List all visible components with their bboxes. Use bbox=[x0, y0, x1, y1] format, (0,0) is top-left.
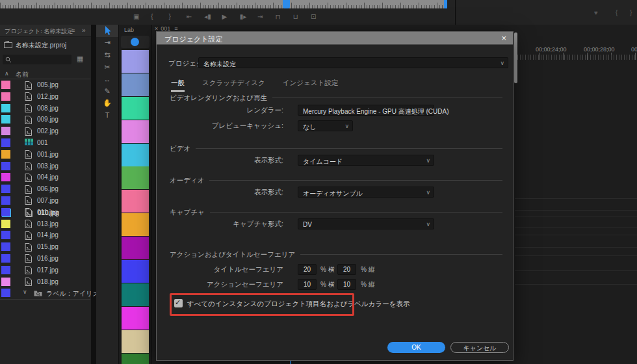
capture-format-select[interactable]: DV∨ bbox=[298, 218, 434, 229]
mark-out-icon[interactable]: } bbox=[630, 10, 632, 16]
project-item-row[interactable]: 015.jpg bbox=[0, 241, 90, 253]
project-item-row[interactable]: 003.jpg bbox=[0, 161, 90, 172]
renderer-select[interactable]: Mercury Playback Engine - GPU 高速処理 (CUDA… bbox=[298, 105, 434, 116]
search-input[interactable] bbox=[3, 55, 72, 64]
label-color-swatch[interactable] bbox=[122, 190, 149, 213]
label-color-swatch[interactable] bbox=[1, 92, 10, 101]
label-color-swatch[interactable] bbox=[122, 307, 149, 330]
dialog-titlebar[interactable]: プロジェクト設定 × bbox=[157, 32, 513, 45]
label-color-swatch[interactable] bbox=[1, 138, 10, 147]
project-file-row[interactable]: 名称未設定.prproj bbox=[0, 39, 91, 51]
list-header[interactable]: ∧ 名前 bbox=[0, 69, 90, 79]
step-forward-icon[interactable]: ▮▸ bbox=[240, 14, 247, 20]
current-label-color-icon[interactable] bbox=[131, 38, 139, 46]
slip-tool[interactable]: ↔ bbox=[96, 73, 118, 85]
playhead-marker[interactable] bbox=[283, 0, 290, 8]
label-color-swatch[interactable] bbox=[122, 50, 149, 73]
label-color-swatch[interactable] bbox=[122, 166, 149, 189]
mark-in-icon[interactable]: { bbox=[151, 14, 153, 20]
project-item-row[interactable]: 018.jpg bbox=[0, 276, 90, 288]
project-item-row[interactable]: 006.jpg bbox=[0, 183, 90, 195]
label-color-swatch[interactable] bbox=[122, 330, 149, 353]
project-item-row[interactable]: 004.jpg bbox=[0, 172, 90, 183]
overflow-icon[interactable]: » bbox=[82, 27, 86, 34]
label-color-swatch[interactable] bbox=[1, 127, 10, 135]
extract-icon[interactable]: ⊔ bbox=[293, 14, 298, 20]
project-item-row[interactable]: 017.jpg bbox=[0, 265, 90, 276]
timeline-ticks[interactable] bbox=[515, 55, 637, 60]
project-item-row[interactable]: 008.jpg bbox=[0, 103, 90, 114]
ok-button[interactable]: OK bbox=[387, 342, 445, 353]
label-color-swatch[interactable] bbox=[122, 260, 149, 283]
chevron-down-icon[interactable]: ∨ bbox=[23, 289, 27, 295]
project-item-row[interactable]: 005.jpg bbox=[0, 79, 90, 91]
project-item-row[interactable]: 001.jpg bbox=[0, 149, 90, 161]
step-back-icon[interactable]: ◂▮ bbox=[204, 14, 211, 20]
label-color-swatch[interactable] bbox=[1, 266, 10, 274]
project-item-row[interactable]: 009.jpg bbox=[0, 114, 90, 125]
label-color-swatch[interactable] bbox=[122, 144, 149, 166]
label-color-swatch[interactable] bbox=[122, 237, 149, 259]
label-color-swatch[interactable] bbox=[1, 162, 10, 170]
title-safe-vertical-input[interactable] bbox=[337, 264, 356, 275]
razor-tool[interactable]: ✂ bbox=[96, 61, 118, 73]
collapse-icon[interactable]: ∧ bbox=[5, 70, 9, 77]
project-item-row[interactable]: 012.jpg bbox=[0, 91, 90, 103]
go-to-in-icon[interactable]: ⇤ bbox=[187, 14, 192, 20]
label-color-swatch[interactable] bbox=[1, 196, 10, 205]
project-item-row[interactable]: 014.jpg bbox=[0, 229, 90, 241]
label-color-swatch[interactable] bbox=[1, 81, 10, 89]
label-color-swatch[interactable] bbox=[122, 120, 149, 143]
project-panel-tab[interactable]: プロジェクト: 名称未設定 ≡ » bbox=[0, 25, 91, 37]
label-color-swatch[interactable] bbox=[122, 73, 149, 96]
label-color-swatch[interactable] bbox=[1, 242, 10, 251]
label-color-swatch[interactable] bbox=[122, 213, 149, 236]
type-tool[interactable]: T bbox=[96, 109, 118, 122]
timeline-scrollbar[interactable] bbox=[514, 32, 517, 83]
project-item-row[interactable]: ∨ラベル：アイリス bbox=[0, 287, 90, 299]
video-display-select[interactable]: タイムコード∨ bbox=[298, 155, 434, 166]
lift-icon[interactable]: ⊓ bbox=[275, 14, 280, 20]
name-column-header[interactable]: 名前 bbox=[16, 70, 29, 79]
label-color-swatch[interactable] bbox=[1, 173, 10, 181]
label-color-swatch[interactable] bbox=[1, 278, 10, 286]
monitor-time-ruler[interactable] bbox=[0, 0, 447, 8]
selection-tool[interactable] bbox=[96, 25, 118, 37]
label-color-swatch[interactable] bbox=[122, 354, 149, 364]
label-color-swatch[interactable] bbox=[122, 97, 149, 120]
export-frame-icon[interactable]: ⊡ bbox=[311, 14, 316, 20]
go-to-out-icon[interactable]: ⇥ bbox=[257, 14, 263, 20]
label-color-swatch[interactable] bbox=[1, 185, 10, 193]
list-view-icon[interactable]: ▦ bbox=[77, 55, 83, 63]
preview-cache-select[interactable]: なし∨ bbox=[298, 120, 353, 131]
heart-icon[interactable]: ♥ bbox=[594, 10, 598, 16]
project-item-row[interactable]: 001 bbox=[0, 137, 90, 149]
action-safe-vertical-input[interactable] bbox=[337, 279, 356, 290]
dialog-tab-inactive[interactable]: スクラッチディスク bbox=[202, 79, 265, 92]
label-color-swatch[interactable] bbox=[1, 150, 10, 159]
project-item-row[interactable]: 016.jpg bbox=[0, 253, 90, 265]
panel-menu-icon[interactable]: ≡ bbox=[72, 27, 75, 34]
label-color-swatch[interactable] bbox=[1, 208, 10, 216]
project-item-row[interactable]: 011.jpg bbox=[0, 207, 90, 218]
label-color-swatch[interactable] bbox=[1, 254, 10, 263]
add-marker-icon[interactable]: ▣ bbox=[133, 14, 139, 20]
audio-display-select[interactable]: オーディオサンプル∨ bbox=[298, 187, 434, 198]
project-item-row[interactable]: 007.jpg bbox=[0, 195, 90, 207]
label-panel-tab[interactable]: Lab bbox=[124, 27, 134, 33]
project-item-row[interactable]: 002.jpg bbox=[0, 125, 90, 137]
project-select[interactable]: 名称未設定∨ bbox=[198, 57, 508, 68]
label-color-swatch[interactable] bbox=[1, 231, 10, 239]
action-safe-horizontal-input[interactable] bbox=[298, 279, 317, 290]
project-item-row[interactable]: 013.jpg bbox=[0, 218, 90, 230]
mark-out-icon[interactable]: } bbox=[169, 14, 171, 20]
dialog-tab-inactive[interactable]: インジェスト設定 bbox=[283, 79, 338, 92]
dialog-tab-active[interactable]: 一般 bbox=[171, 79, 185, 92]
cancel-button[interactable]: キャンセル bbox=[450, 342, 509, 353]
mark-in-icon[interactable]: { bbox=[616, 10, 618, 16]
pen-tool[interactable]: ✎ bbox=[96, 85, 118, 98]
ripple-edit-tool[interactable]: ⇆ bbox=[96, 49, 118, 61]
hand-tool[interactable]: ✋ bbox=[96, 98, 118, 110]
close-icon[interactable]: × bbox=[501, 33, 506, 43]
label-color-swatch[interactable] bbox=[1, 104, 10, 112]
